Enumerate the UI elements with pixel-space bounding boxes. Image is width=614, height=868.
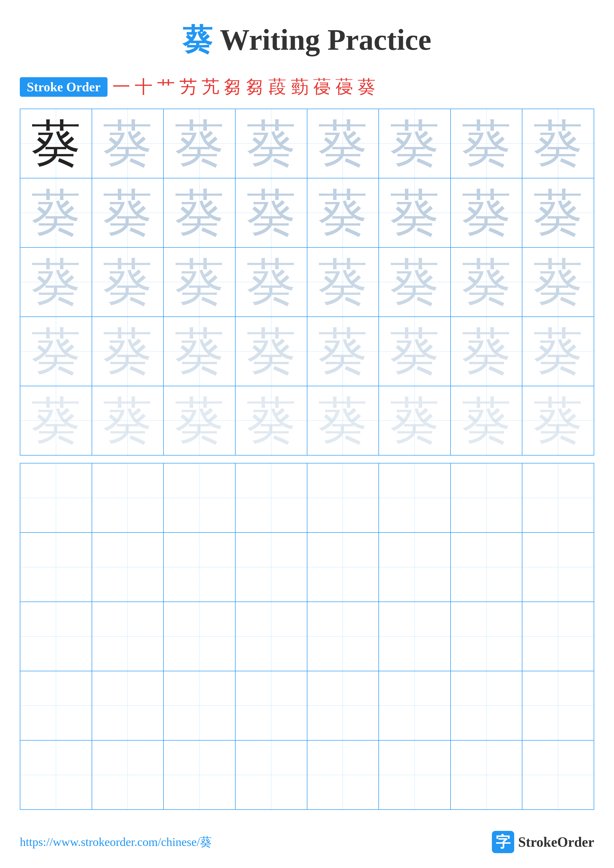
table-cell: 葵 bbox=[379, 317, 451, 386]
table-cell: 葵 bbox=[235, 386, 307, 455]
table-cell[interactable] bbox=[163, 740, 235, 810]
table-cell[interactable] bbox=[451, 532, 522, 602]
table-cell: 葵 bbox=[20, 317, 92, 386]
title-suffix: Writing Practice bbox=[212, 23, 431, 56]
table-cell: 葵 bbox=[379, 386, 451, 455]
table-cell[interactable] bbox=[163, 671, 235, 740]
table-cell[interactable] bbox=[92, 671, 164, 740]
practice-grid: 葵 葵 葵 葵 葵 葵 葵 葵 葵 葵 葵 葵 葵 葵 葵 葵 葵 葵 葵 葵 … bbox=[20, 108, 594, 456]
table-row bbox=[20, 463, 594, 532]
table-cell[interactable] bbox=[235, 532, 307, 602]
table-cell[interactable] bbox=[451, 602, 522, 671]
table-cell: 葵 bbox=[163, 109, 235, 178]
empty-practice-grid bbox=[20, 463, 594, 810]
table-cell[interactable] bbox=[379, 671, 451, 740]
table-cell[interactable] bbox=[163, 602, 235, 671]
page-title: 葵 Writing Practice bbox=[0, 0, 614, 75]
table-cell[interactable] bbox=[92, 463, 164, 532]
table-cell: 葵 bbox=[307, 178, 379, 248]
table-cell: 葵 bbox=[235, 317, 307, 386]
table-cell[interactable] bbox=[92, 740, 164, 810]
table-cell: 葵 bbox=[451, 386, 522, 455]
table-cell[interactable] bbox=[235, 602, 307, 671]
table-cell[interactable] bbox=[307, 740, 379, 810]
table-cell: 葵 bbox=[379, 178, 451, 248]
table-cell: 葵 bbox=[235, 248, 307, 317]
table-cell[interactable] bbox=[307, 671, 379, 740]
table-cell[interactable] bbox=[92, 602, 164, 671]
table-cell[interactable] bbox=[451, 671, 522, 740]
table-row: 葵 葵 葵 葵 葵 葵 葵 葵 bbox=[20, 317, 594, 386]
stroke-order-row: Stroke Order 一 十 艹 艻 艽 芻 芻 葮 葝 葠 葠 葵 bbox=[0, 75, 614, 99]
table-row: 葵 葵 葵 葵 葵 葵 葵 葵 bbox=[20, 109, 594, 178]
table-row bbox=[20, 740, 594, 810]
table-cell: 葵 bbox=[451, 248, 522, 317]
table-cell[interactable] bbox=[307, 463, 379, 532]
table-cell: 葵 bbox=[522, 109, 594, 178]
table-cell[interactable] bbox=[163, 532, 235, 602]
footer: https://www.strokeorder.com/chinese/葵 字 … bbox=[20, 831, 594, 853]
table-cell: 葵 bbox=[163, 386, 235, 455]
stroke-order-chars: 一 十 艹 艻 艽 芻 芻 葮 葝 葠 葠 葵 bbox=[112, 75, 376, 99]
table-cell[interactable] bbox=[522, 602, 594, 671]
table-cell[interactable] bbox=[379, 602, 451, 671]
table-cell: 葵 bbox=[307, 386, 379, 455]
empty-grid-container bbox=[0, 463, 614, 810]
table-cell: 葵 bbox=[163, 178, 235, 248]
table-cell[interactable] bbox=[20, 671, 92, 740]
table-cell: 葵 bbox=[307, 248, 379, 317]
table-cell[interactable] bbox=[20, 532, 92, 602]
table-cell[interactable] bbox=[451, 463, 522, 532]
table-cell[interactable] bbox=[235, 671, 307, 740]
table-cell[interactable] bbox=[307, 602, 379, 671]
table-cell[interactable] bbox=[235, 740, 307, 810]
table-cell[interactable] bbox=[92, 532, 164, 602]
table-cell: 葵 bbox=[163, 317, 235, 386]
table-cell[interactable] bbox=[379, 463, 451, 532]
table-cell: 葵 bbox=[451, 178, 522, 248]
table-cell: 葵 bbox=[307, 109, 379, 178]
table-cell[interactable] bbox=[20, 602, 92, 671]
table-cell[interactable] bbox=[522, 740, 594, 810]
table-row: 葵 葵 葵 葵 葵 葵 葵 葵 bbox=[20, 386, 594, 455]
table-row bbox=[20, 602, 594, 671]
stroke-order-badge: Stroke Order bbox=[20, 77, 107, 97]
table-row: 葵 葵 葵 葵 葵 葵 葵 葵 bbox=[20, 178, 594, 248]
footer-logo-text: StrokeOrder bbox=[518, 834, 594, 850]
table-cell: 葵 bbox=[522, 178, 594, 248]
table-cell[interactable] bbox=[307, 532, 379, 602]
table-cell[interactable] bbox=[451, 740, 522, 810]
table-cell: 葵 bbox=[20, 109, 92, 178]
table-cell[interactable] bbox=[379, 532, 451, 602]
table-cell: 葵 bbox=[20, 178, 92, 248]
table-cell: 葵 bbox=[92, 109, 164, 178]
footer-logo: 字 StrokeOrder bbox=[492, 831, 594, 853]
table-cell[interactable] bbox=[20, 740, 92, 810]
table-cell: 葵 bbox=[451, 317, 522, 386]
table-cell: 葵 bbox=[92, 386, 164, 455]
table-cell: 葵 bbox=[163, 248, 235, 317]
table-cell: 葵 bbox=[379, 248, 451, 317]
table-cell[interactable] bbox=[379, 740, 451, 810]
table-cell: 葵 bbox=[20, 386, 92, 455]
table-cell: 葵 bbox=[20, 248, 92, 317]
table-cell: 葵 bbox=[522, 317, 594, 386]
table-cell: 葵 bbox=[92, 317, 164, 386]
table-cell[interactable] bbox=[522, 463, 594, 532]
footer-logo-icon: 字 bbox=[492, 831, 514, 853]
table-cell: 葵 bbox=[522, 248, 594, 317]
table-cell[interactable] bbox=[163, 463, 235, 532]
title-char: 葵 bbox=[183, 23, 212, 56]
footer-url[interactable]: https://www.strokeorder.com/chinese/葵 bbox=[20, 834, 212, 850]
table-cell: 葵 bbox=[307, 317, 379, 386]
practice-grid-container: 葵 葵 葵 葵 葵 葵 葵 葵 葵 葵 葵 葵 葵 葵 葵 葵 葵 葵 葵 葵 … bbox=[0, 108, 614, 456]
table-row bbox=[20, 532, 594, 602]
table-cell[interactable] bbox=[522, 532, 594, 602]
table-cell: 葵 bbox=[92, 178, 164, 248]
table-cell[interactable] bbox=[235, 463, 307, 532]
table-cell: 葵 bbox=[92, 248, 164, 317]
table-cell: 葵 bbox=[451, 109, 522, 178]
table-cell: 葵 bbox=[235, 109, 307, 178]
table-cell[interactable] bbox=[20, 463, 92, 532]
table-cell[interactable] bbox=[522, 671, 594, 740]
